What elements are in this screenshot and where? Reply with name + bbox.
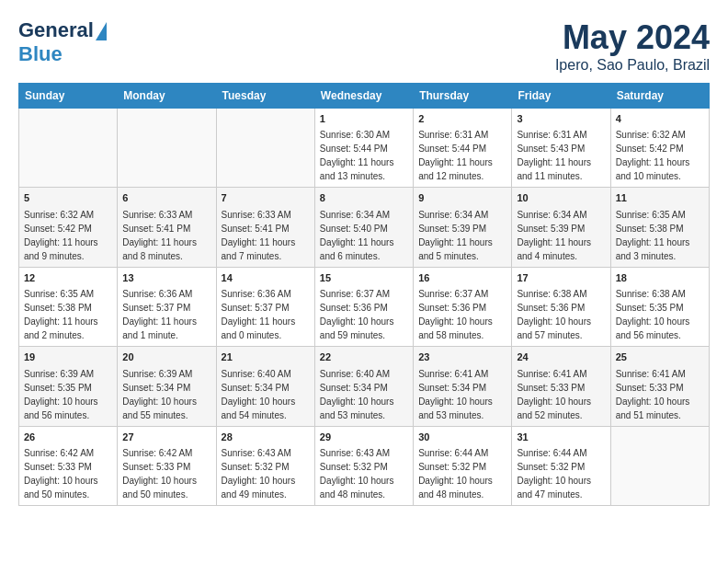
day-info: Sunrise: 6:39 AM Sunset: 5:34 PM Dayligh…	[122, 367, 210, 422]
day-number: 28	[222, 431, 310, 444]
day-number: 3	[517, 112, 605, 126]
day-cell: 25Sunrise: 6:41 AM Sunset: 5:33 PM Dayli…	[610, 347, 709, 426]
day-info: Sunrise: 6:33 AM Sunset: 5:41 PM Dayligh…	[222, 208, 310, 263]
day-number: 2	[418, 112, 506, 126]
day-number: 20	[122, 350, 210, 364]
week-row-2: 5Sunrise: 6:32 AM Sunset: 5:42 PM Daylig…	[19, 188, 710, 267]
day-number: 23	[418, 350, 506, 364]
day-info: Sunrise: 6:39 AM Sunset: 5:35 PM Dayligh…	[24, 367, 112, 422]
week-row-3: 12Sunrise: 6:35 AM Sunset: 5:38 PM Dayli…	[19, 267, 710, 346]
day-number: 1	[320, 112, 408, 126]
calendar-title: May 2024	[555, 18, 710, 57]
day-cell: 31Sunrise: 6:44 AM Sunset: 5:32 PM Dayli…	[512, 426, 610, 505]
day-info: Sunrise: 6:37 AM Sunset: 5:36 PM Dayligh…	[320, 287, 408, 342]
header-day-thursday: Thursday	[414, 84, 512, 109]
day-number: 26	[24, 431, 112, 444]
logo: General Blue	[18, 18, 107, 66]
day-cell: 12Sunrise: 6:35 AM Sunset: 5:38 PM Dayli…	[19, 267, 118, 346]
day-cell: 16Sunrise: 6:37 AM Sunset: 5:36 PM Dayli…	[414, 267, 512, 346]
day-cell: 5Sunrise: 6:32 AM Sunset: 5:42 PM Daylig…	[19, 188, 118, 267]
day-info: Sunrise: 6:43 AM Sunset: 5:32 PM Dayligh…	[222, 446, 310, 501]
day-info: Sunrise: 6:34 AM Sunset: 5:40 PM Dayligh…	[320, 208, 408, 263]
day-cell: 8Sunrise: 6:34 AM Sunset: 5:40 PM Daylig…	[314, 188, 413, 267]
calendar-table: SundayMondayTuesdayWednesdayThursdayFrid…	[18, 83, 710, 506]
day-number: 4	[616, 112, 704, 126]
header-row: SundayMondayTuesdayWednesdayThursdayFrid…	[19, 84, 710, 109]
day-number: 9	[418, 191, 506, 205]
day-cell: 17Sunrise: 6:38 AM Sunset: 5:36 PM Dayli…	[512, 267, 610, 346]
day-info: Sunrise: 6:32 AM Sunset: 5:42 PM Dayligh…	[616, 128, 704, 183]
day-number: 21	[222, 350, 310, 364]
header-day-sunday: Sunday	[19, 84, 118, 109]
day-cell: 20Sunrise: 6:39 AM Sunset: 5:34 PM Dayli…	[118, 347, 216, 426]
header-day-tuesday: Tuesday	[216, 84, 314, 109]
header-day-saturday: Saturday	[610, 84, 709, 109]
header-day-monday: Monday	[118, 84, 216, 109]
day-number: 11	[616, 191, 704, 205]
day-cell: 11Sunrise: 6:35 AM Sunset: 5:38 PM Dayli…	[610, 188, 709, 267]
title-block: May 2024 Ipero, Sao Paulo, Brazil	[555, 18, 710, 74]
week-row-4: 19Sunrise: 6:39 AM Sunset: 5:35 PM Dayli…	[19, 347, 710, 426]
day-info: Sunrise: 6:40 AM Sunset: 5:34 PM Dayligh…	[320, 367, 408, 422]
day-number: 5	[24, 191, 112, 205]
day-number: 15	[320, 271, 408, 285]
day-number: 6	[122, 191, 210, 205]
day-number: 25	[616, 350, 704, 364]
logo-triangle-icon	[96, 22, 107, 40]
day-number: 22	[320, 350, 408, 364]
day-number: 12	[24, 271, 112, 285]
day-number: 14	[222, 271, 310, 285]
day-info: Sunrise: 6:41 AM Sunset: 5:33 PM Dayligh…	[517, 367, 605, 422]
day-cell	[610, 426, 709, 505]
calendar-subtitle: Ipero, Sao Paulo, Brazil	[555, 57, 710, 74]
day-cell: 26Sunrise: 6:42 AM Sunset: 5:33 PM Dayli…	[19, 426, 118, 505]
day-number: 17	[517, 271, 605, 285]
day-info: Sunrise: 6:44 AM Sunset: 5:32 PM Dayligh…	[517, 446, 605, 501]
day-number: 24	[517, 350, 605, 364]
day-info: Sunrise: 6:36 AM Sunset: 5:37 PM Dayligh…	[222, 287, 310, 342]
day-info: Sunrise: 6:41 AM Sunset: 5:34 PM Dayligh…	[418, 367, 506, 422]
header-day-wednesday: Wednesday	[314, 84, 413, 109]
day-cell: 1Sunrise: 6:30 AM Sunset: 5:44 PM Daylig…	[314, 109, 413, 188]
day-cell: 7Sunrise: 6:33 AM Sunset: 5:41 PM Daylig…	[216, 188, 314, 267]
calendar-body: 1Sunrise: 6:30 AM Sunset: 5:44 PM Daylig…	[19, 109, 710, 506]
day-number: 10	[517, 191, 605, 205]
logo-text-general: General	[18, 18, 94, 42]
day-info: Sunrise: 6:30 AM Sunset: 5:44 PM Dayligh…	[320, 128, 408, 183]
calendar-header: SundayMondayTuesdayWednesdayThursdayFrid…	[19, 84, 710, 109]
day-number: 29	[320, 431, 408, 444]
day-cell	[216, 109, 314, 188]
day-info: Sunrise: 6:37 AM Sunset: 5:36 PM Dayligh…	[418, 287, 506, 342]
day-cell: 14Sunrise: 6:36 AM Sunset: 5:37 PM Dayli…	[216, 267, 314, 346]
day-info: Sunrise: 6:34 AM Sunset: 5:39 PM Dayligh…	[418, 208, 506, 263]
day-cell: 4Sunrise: 6:32 AM Sunset: 5:42 PM Daylig…	[610, 109, 709, 188]
day-cell: 21Sunrise: 6:40 AM Sunset: 5:34 PM Dayli…	[216, 347, 314, 426]
day-info: Sunrise: 6:43 AM Sunset: 5:32 PM Dayligh…	[320, 446, 408, 501]
day-cell: 3Sunrise: 6:31 AM Sunset: 5:43 PM Daylig…	[512, 109, 610, 188]
day-number: 16	[418, 271, 506, 285]
day-cell: 28Sunrise: 6:43 AM Sunset: 5:32 PM Dayli…	[216, 426, 314, 505]
day-number: 8	[320, 191, 408, 205]
day-cell: 29Sunrise: 6:43 AM Sunset: 5:32 PM Dayli…	[314, 426, 413, 505]
day-info: Sunrise: 6:40 AM Sunset: 5:34 PM Dayligh…	[222, 367, 310, 422]
day-cell: 13Sunrise: 6:36 AM Sunset: 5:37 PM Dayli…	[118, 267, 216, 346]
day-number: 31	[517, 431, 605, 444]
day-cell: 15Sunrise: 6:37 AM Sunset: 5:36 PM Dayli…	[314, 267, 413, 346]
day-number: 13	[122, 271, 210, 285]
day-cell: 23Sunrise: 6:41 AM Sunset: 5:34 PM Dayli…	[414, 347, 512, 426]
day-number: 30	[418, 431, 506, 444]
day-info: Sunrise: 6:41 AM Sunset: 5:33 PM Dayligh…	[616, 367, 704, 422]
day-number: 27	[122, 431, 210, 444]
day-info: Sunrise: 6:42 AM Sunset: 5:33 PM Dayligh…	[122, 446, 210, 501]
logo-text-blue: Blue	[18, 42, 63, 65]
day-info: Sunrise: 6:31 AM Sunset: 5:43 PM Dayligh…	[517, 128, 605, 183]
day-cell: 6Sunrise: 6:33 AM Sunset: 5:41 PM Daylig…	[118, 188, 216, 267]
day-cell: 30Sunrise: 6:44 AM Sunset: 5:32 PM Dayli…	[414, 426, 512, 505]
day-cell: 27Sunrise: 6:42 AM Sunset: 5:33 PM Dayli…	[118, 426, 216, 505]
day-cell: 24Sunrise: 6:41 AM Sunset: 5:33 PM Dayli…	[512, 347, 610, 426]
day-cell	[19, 109, 118, 188]
day-info: Sunrise: 6:38 AM Sunset: 5:35 PM Dayligh…	[616, 287, 704, 342]
day-cell: 10Sunrise: 6:34 AM Sunset: 5:39 PM Dayli…	[512, 188, 610, 267]
week-row-1: 1Sunrise: 6:30 AM Sunset: 5:44 PM Daylig…	[19, 109, 710, 188]
day-info: Sunrise: 6:44 AM Sunset: 5:32 PM Dayligh…	[418, 446, 506, 501]
